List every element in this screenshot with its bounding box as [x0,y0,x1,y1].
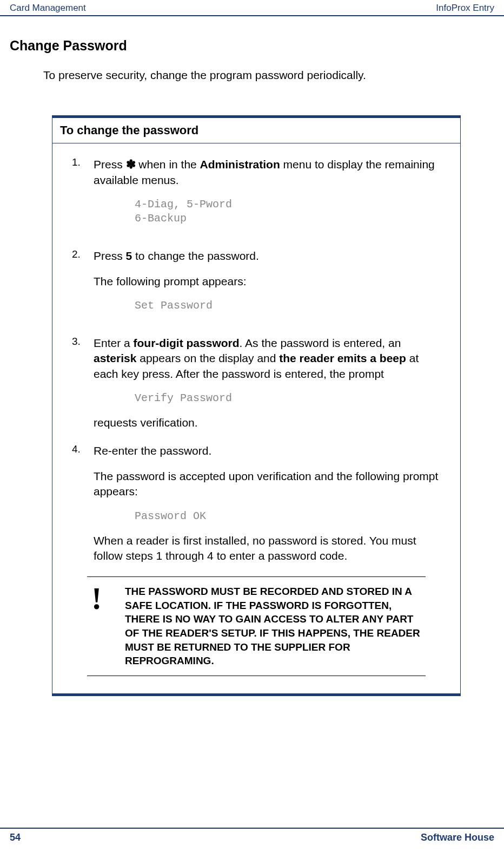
text: when in the [136,158,200,171]
text: The password is accepted upon verificati… [94,469,445,500]
text: The following prompt appears: [94,274,445,289]
code-block: Verify Password [135,391,445,405]
text: When a reader is first installed, no pas… [94,533,445,564]
text: Re-enter the password. [94,443,445,458]
text: . As the password is entered, an [240,337,401,349]
instruction-box: To change the password 1. Press ✽ when i… [52,115,461,696]
page-header: Card Management InfoProx Entry [0,0,504,16]
section-title: Change Password [10,38,494,54]
exclamation-icon: ! [91,585,125,613]
step-body: Enter a four-digit password. As the pass… [94,336,445,430]
step-number: 1. [68,156,94,235]
bold-text: asterisk [94,352,136,364]
step-body: Press 5 to change the password. The foll… [94,248,445,323]
step-body: Re-enter the password. The password is a… [94,443,445,563]
step-number: 4. [68,443,94,563]
step-3: 3. Enter a four-digit password. As the p… [68,336,445,430]
bold-text: Administration [200,158,280,171]
box-title: To change the password [52,118,460,143]
header-right: InfoProx Entry [436,3,494,14]
code-block: Set Password [135,299,445,313]
header-left: Card Management [10,3,86,14]
text: Press [94,158,126,171]
step-2: 2. Press 5 to change the password. The f… [68,248,445,323]
text: to change the password. [132,250,259,262]
bold-text: four-digit password [134,337,240,349]
text: Press [94,250,126,262]
text: requests verification. [94,415,445,430]
step-body: Press ✽ when in the Administration menu … [94,156,445,235]
step-number: 2. [68,248,94,323]
step-4: 4. Re-enter the password. The password i… [68,443,445,563]
code-block: 4-Diag, 5-Pword 6-Backup [135,198,445,226]
page-footer: 54 Software House [0,828,504,847]
bold-text: the reader emits a beep [279,352,406,364]
step-number: 3. [68,336,94,430]
code-block: Password OK [135,509,445,523]
box-content: 1. Press ✽ when in the Administration me… [52,143,460,693]
star-icon: ✽ [126,158,136,171]
page-content: Change Password To preserve security, ch… [0,16,504,696]
warning-box: ! THE PASSWORD MUST BE RECORDED AND STOR… [87,576,426,676]
bold-text: 5 [126,250,132,262]
footer-right: Software House [421,832,494,843]
step-1: 1. Press ✽ when in the Administration me… [68,156,445,235]
page-number: 54 [10,832,21,843]
text: Enter a [94,337,134,349]
intro-text: To preserve security, change the program… [43,67,494,83]
text: appears on the display and [136,352,279,364]
warning-text: THE PASSWORD MUST BE RECORDED AND STORED… [125,585,423,668]
